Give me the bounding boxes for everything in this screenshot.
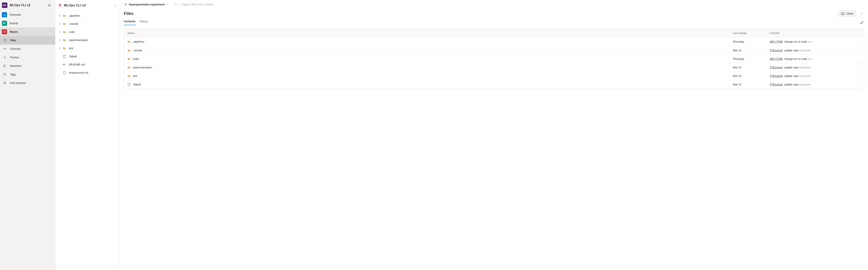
nav-tags[interactable]: Tags <box>0 70 55 79</box>
col-last-change[interactable]: Last change <box>733 32 768 34</box>
commit-author: madiepev <box>799 83 811 86</box>
col-commits[interactable]: Commits <box>770 32 861 34</box>
add-button[interactable] <box>46 2 53 8</box>
tree-row[interactable]: .flake8 <box>55 52 120 60</box>
table-row[interactable]: .pipelinesThursday40fc7f90change src to … <box>124 37 864 46</box>
cell-name: experimentation <box>127 66 731 69</box>
svg-point-17 <box>115 6 116 7</box>
tree-item-label: .pipelines <box>69 14 80 17</box>
project-header: MV MLOps CLI v2 <box>0 0 55 10</box>
svg-point-11 <box>4 74 4 74</box>
table-row[interactable]: testMar 14f761a1e4update repo madiepev <box>124 72 864 80</box>
folder-icon <box>62 38 66 42</box>
folder-icon <box>127 40 130 43</box>
nav-pushes[interactable]: Pushes <box>0 53 55 62</box>
files-icon <box>2 38 7 43</box>
folder-icon <box>127 66 130 69</box>
nav-overview[interactable]: Overview <box>0 10 55 19</box>
chevron-right-icon[interactable] <box>57 38 62 43</box>
tags-icon <box>2 72 7 77</box>
file-tree-panel: MLOps CLI v2 .pipelines.vscodecodeexperi… <box>55 0 120 270</box>
more-vertical-icon <box>860 12 863 15</box>
pullrequests-icon <box>2 80 7 85</box>
clone-icon <box>841 12 844 15</box>
nav-label: Boards <box>10 22 18 25</box>
tree-row[interactable]: test <box>55 44 120 52</box>
cell-last-change: Thursday <box>733 40 768 43</box>
file-name: test <box>133 75 137 78</box>
chevron-right-icon[interactable] <box>57 14 62 18</box>
nav-boards[interactable]: Boards <box>0 19 55 28</box>
cell-commit: f761a1e4update repo madiepev <box>770 49 861 52</box>
folder-icon <box>62 14 66 17</box>
nav-commits[interactable]: Commits <box>0 45 55 53</box>
tab-history[interactable]: History <box>140 20 148 25</box>
tree-row[interactable]: code <box>55 28 120 36</box>
folder-icon <box>62 22 66 25</box>
nav-branches[interactable]: Branches <box>0 62 55 70</box>
branch-name: hyperparameter-experiment <box>129 3 164 6</box>
commit-hash-link[interactable]: f761a1e4 <box>770 83 782 86</box>
path-separator: / <box>180 3 181 6</box>
folder-icon <box>62 47 66 50</box>
cell-last-change: Mar 14 <box>733 66 768 69</box>
commit-hash-link[interactable]: f761a1e4 <box>770 75 782 78</box>
commit-hash-link[interactable]: 40fc7f90 <box>770 57 782 60</box>
tree-row[interactable]: M↓README.md <box>55 60 120 69</box>
col-name[interactable]: Name ↑ <box>127 32 731 34</box>
path-bar: hyperparameter-experiment / <box>120 0 868 9</box>
nav-pullrequests[interactable]: Pull requests <box>0 79 55 87</box>
table-row[interactable]: .vscodeMar 14f761a1e4update repo madiepe… <box>124 46 864 54</box>
chevron-right-icon[interactable] <box>57 46 62 51</box>
commit-message: update repo madiepev <box>784 66 861 69</box>
repo-name[interactable]: MLOps CLI v2 <box>64 3 110 7</box>
tree-more-button[interactable] <box>112 2 118 8</box>
tree-item-label: experimentation <box>69 38 88 42</box>
clone-button[interactable]: Clone <box>838 10 857 17</box>
commit-author: ma... <box>808 40 814 43</box>
commit-hash-link[interactable]: f761a1e4 <box>770 66 782 69</box>
commit-message: update repo madiepev <box>784 83 861 86</box>
svg-point-22 <box>862 12 862 13</box>
project-name[interactable]: MLOps CLI v2 <box>10 3 44 7</box>
chevron-right-icon[interactable] <box>57 30 62 34</box>
fullscreen-button[interactable] <box>858 19 865 26</box>
table-row[interactable]: codeThursday40fc7f90change src to code m… <box>124 54 864 63</box>
tab-contents[interactable]: Contents <box>124 20 135 25</box>
nav-label: Branches <box>10 64 22 68</box>
svg-point-18 <box>125 3 126 4</box>
svg-point-15 <box>115 4 116 5</box>
nav-label: Repos <box>10 30 18 33</box>
table-header: Name ↑ Last change Commits <box>124 29 864 37</box>
expand-icon <box>860 21 863 24</box>
commit-message: update repo madiepev <box>784 49 861 52</box>
folder-icon <box>127 49 130 52</box>
table-row[interactable]: experimentationMar 14f761a1e4update repo… <box>124 63 864 72</box>
main-panel: hyperparameter-experiment / Files Clone … <box>120 0 868 270</box>
nav-label: Files <box>10 39 16 42</box>
tree-row[interactable]: .vscode <box>55 20 120 28</box>
file-name: .pipelines <box>133 40 144 43</box>
file-icon <box>127 83 130 86</box>
nav-files[interactable]: Files <box>0 36 55 45</box>
nav-repos[interactable]: Repos <box>0 28 55 36</box>
commits-icon <box>2 46 7 51</box>
tree-item-label: requirements.txt <box>69 71 88 74</box>
main-more-button[interactable] <box>858 10 865 17</box>
table-row[interactable]: .flake8Mar 14f761a1e4update repo madiepe… <box>124 80 864 88</box>
tree-item-label: .flake8 <box>69 55 77 58</box>
svg-point-16 <box>115 5 116 6</box>
branch-selector[interactable]: hyperparameter-experiment <box>124 1 169 7</box>
cell-last-change: Mar 14 <box>733 83 768 86</box>
branch-icon <box>125 3 127 6</box>
commit-hash-link[interactable]: 40fc7f90 <box>770 40 782 43</box>
svg-point-13 <box>4 84 4 84</box>
page-title: Files <box>124 11 836 16</box>
path-search-input[interactable] <box>182 2 866 7</box>
tree-row[interactable]: requirements.txt <box>55 69 120 77</box>
tree-row[interactable]: experimentation <box>55 36 120 44</box>
file-name: code <box>133 57 139 60</box>
chevron-right-icon[interactable] <box>57 22 62 26</box>
tree-row[interactable]: .pipelines <box>55 11 120 20</box>
commit-hash-link[interactable]: f761a1e4 <box>770 49 782 52</box>
